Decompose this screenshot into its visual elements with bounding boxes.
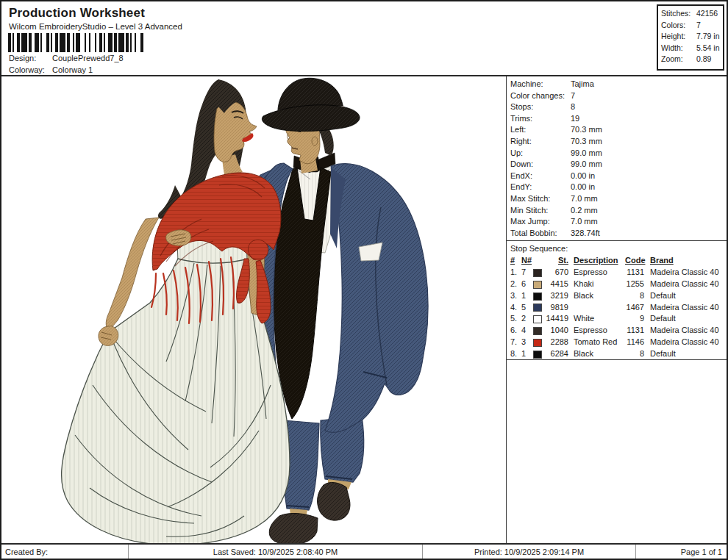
stop-sequence-row: 6.41040Espresso1131Madeira Classic 40 — [510, 325, 727, 337]
thread-color-swatch — [533, 327, 542, 335]
stop-sequence-row: 1.7670Espresso1131Madeira Classic 40 — [510, 267, 727, 279]
thread-color-swatch — [533, 292, 542, 301]
header: Production Worksheet Wilcom EmbroiderySt… — [1, 1, 727, 76]
design-row: Design: CouplePrewedd7_8 — [9, 54, 124, 62]
stop-sequence-row: 4.598191467Madeira Classic 40 — [510, 302, 727, 314]
stop-sequence-header: # N# St. Description Code Brand — [510, 255, 727, 267]
stop-sequence-title: Stop Sequence: — [510, 243, 727, 254]
stat-zoom: Zoom:0.89 — [661, 54, 720, 65]
stop-sequence-row: 3.13219Black8Default — [510, 290, 727, 302]
stop-sequence-table: # N# St. Description Code Brand 1.7670Es… — [510, 255, 727, 359]
colorway-row: Colorway: Colorway 1 — [9, 65, 93, 74]
stat-colors: Colors:7 — [661, 20, 720, 32]
page-title: Production Worksheet — [9, 6, 145, 21]
machine-info: Machine:Tajima Color changes:7 Stops:8 T… — [507, 76, 727, 240]
app-subtitle: Wilcom EmbroideryStudio – Level 3 Advanc… — [9, 22, 182, 31]
design-label: Design: — [9, 54, 50, 62]
stop-sequence-row: 2.64415Khaki1255Madeira Classic 40 — [510, 279, 727, 290]
printed-timestamp: Printed: 10/9/2025 2:09:14 PM — [422, 545, 635, 559]
thread-color-swatch — [533, 315, 542, 323]
hat — [262, 78, 360, 131]
created-by: Created By: — [1, 545, 128, 559]
stop-sequence: Stop Sequence: # N# St. Description Code… — [507, 240, 727, 360]
main-area: Machine:Tajima Color changes:7 Stops:8 T… — [1, 76, 727, 545]
stop-sequence-row: 7.32288Tomato Red1146Madeira Classic 40 — [510, 337, 727, 348]
thread-color-swatch — [533, 339, 542, 347]
thread-color-swatch — [533, 281, 542, 289]
stat-height: Height:7.79 in — [661, 31, 720, 43]
stat-width: Width:5.54 in — [661, 43, 720, 54]
thread-color-swatch — [533, 351, 542, 359]
info-panel: Machine:Tajima Color changes:7 Stops:8 T… — [506, 76, 727, 545]
design-canvas — [1, 76, 506, 545]
production-worksheet: Production Worksheet Wilcom EmbroiderySt… — [0, 0, 728, 560]
design-value: CouplePrewedd7_8 — [52, 54, 124, 62]
thread-color-swatch — [533, 304, 542, 312]
stop-sequence-row: 5.214419White9Default — [510, 313, 727, 325]
last-saved: Last Saved: 10/9/2025 2:08:40 PM — [128, 545, 422, 559]
woman-figure — [62, 79, 290, 545]
colorway-label: Colorway: — [9, 65, 50, 74]
page-number: Page 1 of 1 — [635, 545, 727, 559]
embroidery-design-preview — [1, 76, 506, 545]
stop-sequence-row: 8.16284Black8Default — [510, 348, 727, 360]
footer: Created By: Last Saved: 10/9/2025 2:08:4… — [1, 543, 727, 559]
colorway-value: Colorway 1 — [52, 65, 93, 74]
barcode — [8, 33, 145, 52]
thread-color-swatch — [533, 269, 542, 277]
stats-box: Stitches:42156 Colors:7 Height:7.79 in W… — [657, 4, 724, 71]
stat-stitches: Stitches:42156 — [661, 8, 720, 20]
